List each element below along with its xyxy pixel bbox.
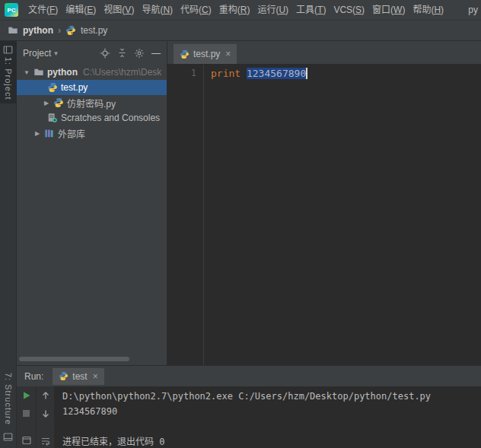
- run-panel-title: Run:: [24, 371, 43, 382]
- navigation-bar: python › test.py: [0, 21, 481, 41]
- menu-edit[interactable]: 编辑(E): [62, 0, 100, 20]
- menu-overflow-text: py: [465, 5, 478, 15]
- code-selected-text: 1234567890: [247, 68, 306, 79]
- close-icon[interactable]: ×: [93, 371, 98, 382]
- editor-tab-bar: test.py ×: [167, 41, 481, 65]
- locate-file-icon[interactable]: [100, 48, 110, 59]
- breadcrumb-project[interactable]: python: [23, 25, 53, 36]
- run-tool-window: Run: test ×: [17, 365, 481, 448]
- tree-item-scratches[interactable]: Scratches and Consoles: [17, 110, 167, 126]
- pycharm-window: PC 文件(F) 编辑(E) 视图(V) 导航(N) 代码(C) 重构(R) 运…: [0, 0, 481, 448]
- arrow-down-icon[interactable]: [41, 409, 50, 418]
- breadcrumb-file[interactable]: test.py: [81, 25, 107, 36]
- tree-item-label: 仿射密码.py: [67, 97, 116, 110]
- python-file-icon: [53, 97, 64, 108]
- stripe-bottom-button[interactable]: [3, 429, 13, 448]
- close-icon[interactable]: ×: [225, 49, 231, 59]
- run-tab-test[interactable]: test ×: [53, 368, 104, 385]
- tree-item-test-py[interactable]: test.py: [17, 80, 167, 95]
- horizontal-scrollbar[interactable]: [19, 357, 129, 361]
- stop-icon[interactable]: [22, 409, 30, 418]
- editor-gutter: 1: [167, 65, 204, 365]
- hide-panel-icon[interactable]: —: [151, 48, 161, 59]
- chevron-down-icon[interactable]: ▾: [54, 49, 58, 57]
- left-tool-stripe: 1: Project 7: Structure: [0, 41, 17, 448]
- project-tree: ▼ python C:\Users\hzm\Desk test.py: [17, 65, 167, 365]
- folder-icon: [33, 67, 44, 78]
- console-exit-line: 进程已结束，退出代码 0: [62, 434, 473, 448]
- arrow-up-icon[interactable]: [41, 391, 50, 400]
- menu-code[interactable]: 代码(C): [177, 0, 215, 20]
- tree-item-label: 外部库: [58, 127, 85, 140]
- run-panel-header: Run: test ×: [17, 366, 481, 386]
- menu-refactor[interactable]: 重构(R): [215, 0, 254, 20]
- editor-tab-test-py[interactable]: test.py ×: [174, 44, 237, 64]
- run-console[interactable]: D:\python\python2.7\python2.exe C:/Users…: [55, 386, 481, 448]
- console-toolbar: [36, 386, 55, 448]
- chevron-right-icon[interactable]: ▶: [43, 100, 50, 106]
- python-file-icon: [47, 82, 58, 93]
- tree-item-external-libraries[interactable]: ▶ 外部库: [17, 126, 167, 141]
- run-panel-body: D:\python\python2.7\python2.exe C:/Users…: [17, 386, 481, 448]
- tree-item-fangshe-py[interactable]: ▶ 仿射密码.py: [17, 95, 167, 110]
- run-tab-label: test: [72, 371, 87, 382]
- console-command-line: D:\python\python2.7\python2.exe C:/Users…: [62, 389, 473, 404]
- project-panel-title[interactable]: Project: [23, 48, 51, 59]
- menu-view[interactable]: 视图(V): [100, 0, 138, 20]
- python-file-icon: [180, 49, 190, 59]
- code-line: print 1234567890: [211, 68, 307, 79]
- breadcrumb-separator-icon: ›: [58, 25, 61, 36]
- folder-icon: [8, 25, 18, 36]
- pycharm-logo-icon: PC: [5, 3, 18, 17]
- show-console-icon[interactable]: [22, 436, 31, 445]
- stripe-label-structure: 7: Structure: [4, 373, 13, 425]
- project-panel-header: Project ▾ —: [17, 41, 167, 65]
- tool-window-bars-icon: [3, 432, 13, 442]
- settings-gear-icon[interactable]: [134, 48, 145, 59]
- run-toolbar: [17, 386, 36, 448]
- main-menu: 文件(F) 编辑(E) 视图(V) 导航(N) 代码(C) 重构(R) 运行(U…: [24, 0, 448, 20]
- tree-item-project-root[interactable]: ▼ python C:\Users\hzm\Desk: [17, 65, 167, 80]
- chevron-right-icon[interactable]: ▶: [33, 130, 41, 137]
- menu-file[interactable]: 文件(F): [24, 0, 62, 20]
- menu-navigate[interactable]: 导航(N): [138, 0, 177, 20]
- text-caret: [306, 68, 307, 79]
- project-root-path: C:\Users\hzm\Desk: [83, 67, 161, 78]
- rerun-play-icon[interactable]: [22, 391, 31, 400]
- soft-wrap-icon[interactable]: [41, 437, 50, 446]
- project-tool-window: Project ▾ —: [17, 41, 167, 365]
- line-number: 1: [191, 68, 196, 78]
- menu-tools[interactable]: 工具(T): [292, 0, 330, 20]
- python-file-icon: [65, 25, 76, 36]
- stripe-label-project: 1: Project: [4, 57, 13, 100]
- code-editor[interactable]: 1 print 1234567890: [167, 65, 481, 365]
- code-keyword: print: [211, 68, 240, 79]
- tree-item-label: Scratches and Consoles: [61, 113, 160, 123]
- external-libraries-icon: [44, 128, 55, 138]
- tree-item-label: test.py: [61, 82, 88, 93]
- scratches-icon: [47, 113, 58, 123]
- collapse-all-icon[interactable]: [117, 48, 127, 58]
- chevron-down-icon[interactable]: ▼: [23, 69, 30, 76]
- project-tool-window-icon: [3, 45, 13, 55]
- menu-help[interactable]: 帮助(H): [409, 0, 448, 20]
- console-output-line: 1234567890: [62, 404, 473, 419]
- menu-vcs[interactable]: VCS(S): [330, 0, 368, 20]
- project-root-name: python: [47, 67, 78, 78]
- editor-tab-label: test.py: [193, 49, 220, 59]
- menu-window[interactable]: 窗口(W): [368, 0, 409, 20]
- stripe-button-project[interactable]: 1: Project: [0, 41, 17, 103]
- menu-bar: PC 文件(F) 编辑(E) 视图(V) 导航(N) 代码(C) 重构(R) 运…: [0, 0, 481, 21]
- editor-area: test.py × 1 print 1234567890: [167, 41, 481, 365]
- stripe-button-structure[interactable]: 7: Structure: [0, 369, 17, 429]
- python-file-icon: [59, 371, 68, 381]
- menu-run[interactable]: 运行(U): [253, 0, 292, 20]
